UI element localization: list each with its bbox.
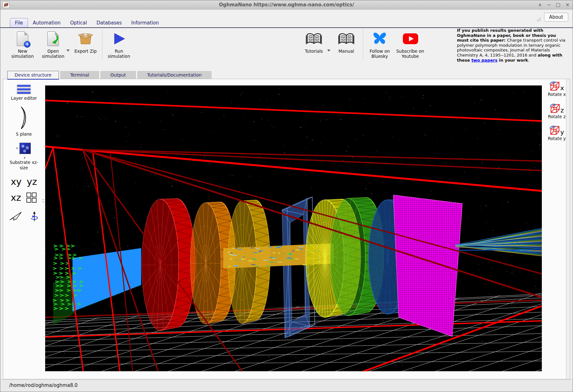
detector-magenta <box>393 195 462 336</box>
youtube-icon <box>402 31 418 47</box>
export-zip-icon <box>78 31 93 47</box>
menu-tab-optical[interactable]: Optical <box>65 18 92 27</box>
paper-plane-icon[interactable] <box>9 211 22 221</box>
rotate-x-button[interactable]: x Rotate x <box>548 81 566 98</box>
current-path: /home/rod/oghma/oghma8.0 <box>9 382 78 388</box>
open-simulation-icon <box>45 31 61 47</box>
layer-editor-button[interactable]: Layer editor <box>6 84 41 101</box>
s-plane-icon <box>18 106 29 130</box>
resize-grip-icon <box>537 17 541 23</box>
view-yz-button[interactable]: yz <box>27 176 37 187</box>
rotate-controls: x Rotate x z Rotate z <box>544 81 569 147</box>
run-simulation-icon <box>111 31 127 47</box>
rotate-cube-z-icon <box>550 103 562 114</box>
manual-button[interactable]: Manual <box>331 28 362 54</box>
rotate-z-button[interactable]: z Rotate z <box>548 103 566 120</box>
view-xz-button[interactable]: xz <box>11 192 21 203</box>
export-zip-button[interactable]: Export Zip <box>70 28 101 54</box>
open-simulation-button[interactable]: Open simulation <box>38 28 68 59</box>
menu-tab-information[interactable]: Information <box>127 18 164 27</box>
status-bar: /home/rod/oghma/oghma8.0 <box>0 379 573 392</box>
splitter-handle[interactable] <box>43 199 44 204</box>
title-bar[interactable]: OghmaNano https://www.oghma-nano.com/opt… <box>0 0 573 10</box>
tab-device-structure[interactable]: Device structure <box>7 71 59 79</box>
menu-tab-databases[interactable]: Databases <box>92 18 126 27</box>
app-window: OghmaNano https://www.oghma-nano.com/opt… <box>0 0 573 392</box>
layer-editor-icon <box>17 84 31 94</box>
two-papers-link[interactable]: two papers <box>471 58 497 63</box>
maximize-button[interactable]: □ <box>556 1 560 8</box>
tutorials-button[interactable]: Tutorials <box>299 28 329 54</box>
substrate-xz-size-button[interactable]: x z Substrate xz-size <box>6 142 41 171</box>
view-xy-button[interactable]: xy <box>11 176 22 187</box>
minimize-button[interactable]: − <box>547 1 551 8</box>
doc-tabs: Device structure Terminal Output Tutoria… <box>7 71 211 79</box>
3d-viewport[interactable] <box>45 85 542 371</box>
tab-tutorials-documentation[interactable]: Tutorials/Documentation <box>137 71 211 79</box>
menu-tab-file[interactable]: File <box>10 18 28 27</box>
bluesky-butterfly-icon <box>372 31 388 47</box>
substrate-xz-size-icon: x z <box>17 142 31 156</box>
youtube-button[interactable]: Subscribe on Youtube <box>395 28 425 59</box>
beam-mid-1 <box>223 246 286 268</box>
close-button[interactable]: × <box>565 1 570 8</box>
open-simulation-dropdown-icon[interactable] <box>66 50 70 51</box>
citation-text: If you publish results generated with Og… <box>457 28 569 63</box>
rotate-cube-y-icon <box>549 125 562 136</box>
lens-red <box>142 199 195 331</box>
run-simulation-button[interactable]: Run simulation <box>104 28 134 59</box>
about-button[interactable]: About <box>544 13 568 22</box>
bluesky-button[interactable]: Follow on Bluesky <box>364 28 395 59</box>
menu-bar: File Automation Optical Databases Inform… <box>0 10 573 28</box>
shade-button[interactable]: ∧ <box>538 1 542 8</box>
toolbar: + New simulation Open simulation <box>0 28 573 63</box>
rotate-y-button[interactable]: y Rotate y <box>548 125 566 142</box>
new-simulation-button[interactable]: + New simulation <box>7 28 38 59</box>
s-plane-button[interactable]: S plane <box>6 106 41 137</box>
scrollbar-strip[interactable] <box>566 79 570 379</box>
tutorials-dropdown-icon[interactable] <box>327 50 330 51</box>
3d-scene <box>45 85 542 371</box>
manual-icon <box>338 31 354 47</box>
device-structure-panel: Layer editor S plane x z Substrate xz-si… <box>3 79 570 379</box>
menu-tab-automation[interactable]: Automation <box>28 18 65 27</box>
rotate-axis-icon[interactable] <box>30 211 39 222</box>
window-title: OghmaNano https://www.oghma-nano.com/opt… <box>0 2 573 8</box>
toolbar-separator-2 <box>363 29 363 59</box>
new-simulation-icon: + <box>15 31 31 47</box>
sidebar: Layer editor S plane x z Substrate xz-si… <box>3 79 45 379</box>
toolbar-separator <box>102 29 102 59</box>
tab-terminal[interactable]: Terminal <box>60 71 99 79</box>
tab-output[interactable]: Output <box>100 71 136 79</box>
grid-view-icon[interactable] <box>26 192 37 203</box>
rotate-cube-x-icon <box>549 81 562 92</box>
tutorials-icon <box>306 31 322 47</box>
